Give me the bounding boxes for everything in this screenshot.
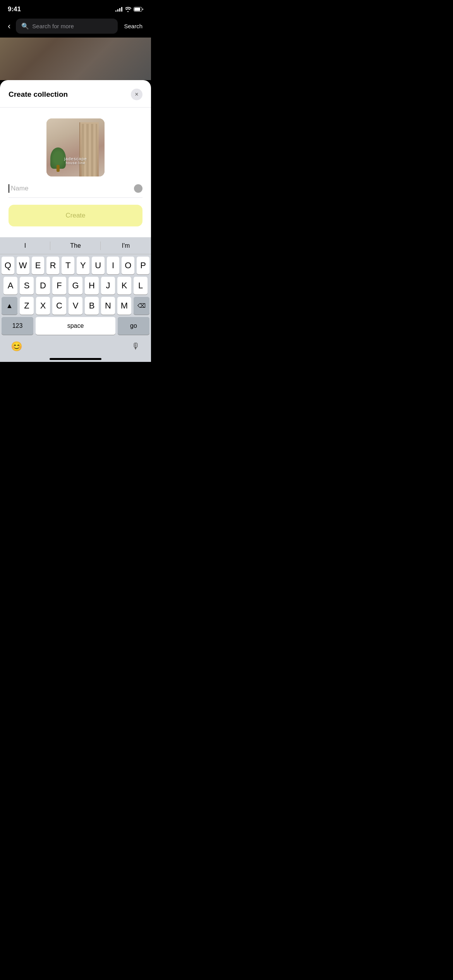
predictive-item-0[interactable]: I <box>0 238 50 253</box>
go-key[interactable]: go <box>118 317 149 335</box>
key-z[interactable]: Z <box>20 297 34 315</box>
key-l[interactable]: L <box>134 277 148 295</box>
battery-icon <box>134 7 143 12</box>
keyboard-bottom-row: 123 space go <box>0 315 151 336</box>
status-icons <box>115 7 143 12</box>
key-g[interactable]: G <box>69 277 82 295</box>
key-x[interactable]: X <box>36 297 50 315</box>
predictive-item-1[interactable]: The <box>50 238 101 253</box>
predictive-item-2[interactable]: I'm <box>101 238 151 253</box>
key-n[interactable]: N <box>101 297 115 315</box>
key-d[interactable]: D <box>36 277 50 295</box>
key-w[interactable]: W <box>17 257 29 274</box>
back-button[interactable]: ‹ <box>6 20 12 33</box>
key-u[interactable]: U <box>92 257 105 274</box>
name-dot <box>134 184 142 193</box>
brand-sub: house·line <box>65 161 85 165</box>
key-v[interactable]: V <box>69 297 82 315</box>
key-b[interactable]: B <box>85 297 99 315</box>
key-e[interactable]: E <box>32 257 45 274</box>
key-p[interactable]: P <box>137 257 149 274</box>
num-key[interactable]: 123 <box>2 317 33 335</box>
shift-key[interactable]: ▲ <box>2 297 17 315</box>
modal-close-button[interactable]: × <box>131 89 142 100</box>
create-collection-modal: Create collection × jadescape house·line… <box>0 80 151 237</box>
background-image <box>0 38 151 80</box>
wifi-icon <box>125 7 131 12</box>
modal-title: Create collection <box>9 90 68 99</box>
microphone-button[interactable]: 🎙 <box>132 341 140 351</box>
name-field-wrap: Name <box>0 184 151 198</box>
key-f[interactable]: F <box>52 277 66 295</box>
search-placeholder: Search for more <box>32 23 112 29</box>
home-bar <box>50 358 101 360</box>
status-bar: 9:41 <box>0 0 151 15</box>
status-time: 9:41 <box>8 5 21 13</box>
search-row: ‹ 🔍 Search for more Search <box>0 15 151 38</box>
keyboard-row-2: A S D F G H J K L <box>0 274 151 295</box>
brand-name: jadescape <box>64 156 87 161</box>
keyboard-row-1: Q W E R T Y U I O P <box>0 254 151 274</box>
delete-key[interactable]: ⌫ <box>134 297 149 315</box>
text-cursor <box>9 184 9 193</box>
collection-image-wrap: jadescape house·line <box>0 108 151 184</box>
name-field[interactable]: Name <box>9 184 142 198</box>
svg-rect-1 <box>134 8 140 11</box>
key-a[interactable]: A <box>3 277 17 295</box>
key-r[interactable]: R <box>46 257 59 274</box>
key-t[interactable]: T <box>62 257 74 274</box>
name-placeholder: Name <box>11 185 134 192</box>
emoji-button[interactable]: 😊 <box>11 341 22 352</box>
key-q[interactable]: Q <box>2 257 14 274</box>
create-button-wrap: Create <box>0 205 151 237</box>
space-key[interactable]: space <box>36 317 115 335</box>
key-y[interactable]: Y <box>77 257 89 274</box>
keyboard: I The I'm Q W E R T Y U I O P A S D F G … <box>0 237 151 362</box>
key-o[interactable]: O <box>122 257 134 274</box>
create-button[interactable]: Create <box>9 205 142 226</box>
home-indicator <box>0 355 151 362</box>
collection-thumbnail[interactable]: jadescape house·line <box>46 118 105 176</box>
keyboard-row-3: ▲ Z X C V B N M ⌫ <box>0 295 151 315</box>
key-m[interactable]: M <box>117 297 131 315</box>
key-s[interactable]: S <box>20 277 34 295</box>
search-button[interactable]: Search <box>122 21 145 31</box>
predictive-text-row: I The I'm <box>0 237 151 254</box>
search-icon: 🔍 <box>21 22 29 30</box>
modal-header: Create collection × <box>0 80 151 108</box>
key-h[interactable]: H <box>85 277 99 295</box>
key-k[interactable]: K <box>117 277 131 295</box>
search-field[interactable]: 🔍 Search for more <box>16 19 118 34</box>
key-c[interactable]: C <box>52 297 66 315</box>
key-j[interactable]: J <box>101 277 115 295</box>
keyboard-toolbar: 😊 🎙 <box>0 336 151 355</box>
key-i[interactable]: I <box>107 257 120 274</box>
signal-icon <box>115 7 122 12</box>
